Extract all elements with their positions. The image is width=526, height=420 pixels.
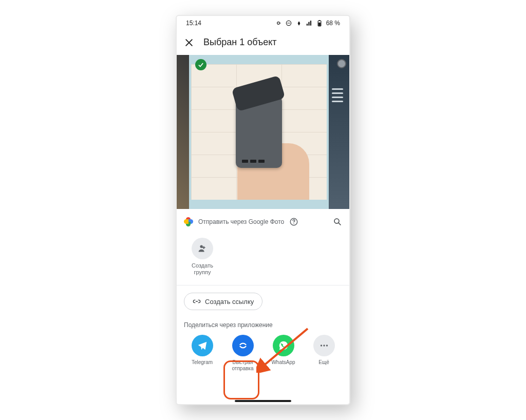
battery-percent: 68 % xyxy=(326,20,340,27)
svg-point-6 xyxy=(294,223,295,224)
nav-bar-pill[interactable] xyxy=(235,400,291,402)
thumbnail-next[interactable] xyxy=(329,55,349,209)
nearby-share-icon xyxy=(232,335,254,356)
vpn-icon xyxy=(275,20,282,27)
more-icon xyxy=(313,335,335,356)
share-app-whatsapp[interactable]: WhatsApp xyxy=(266,335,302,371)
status-time: 15:14 xyxy=(186,20,201,27)
share-app-more[interactable]: Ещё xyxy=(306,335,342,371)
close-icon[interactable] xyxy=(184,37,194,48)
svg-rect-4 xyxy=(318,20,320,21)
thumbnail-selected[interactable] xyxy=(191,64,327,200)
app-label-nearby: Быстрая отправка xyxy=(225,359,261,371)
share-sheet: Отправить через Google Фото Соз xyxy=(177,209,349,378)
status-icons: 68 % xyxy=(275,20,340,27)
app-label-more: Ещё xyxy=(318,359,329,366)
telegram-icon xyxy=(192,335,213,356)
share-via-app-label: Поделиться через приложение xyxy=(177,312,349,332)
battery-icon xyxy=(316,20,323,27)
app-label-telegram: Telegram xyxy=(192,359,213,366)
svg-rect-3 xyxy=(318,23,321,26)
svg-point-9 xyxy=(320,345,322,347)
share-header: Отправить через Google Фото xyxy=(177,212,349,232)
svg-point-10 xyxy=(323,345,325,347)
share-app-nearby[interactable]: Быстрая отправка xyxy=(225,335,261,371)
thumbnail-prev[interactable] xyxy=(177,55,189,209)
dnd-icon xyxy=(285,20,292,27)
search-icon[interactable] xyxy=(333,217,342,226)
share-header-label: Отправить через Google Фото xyxy=(198,218,284,225)
phone-frame: 15:14 68 % Выбран 1 объект xyxy=(176,15,350,405)
page-title: Выбран 1 объект xyxy=(203,37,277,48)
google-photos-icon xyxy=(184,217,193,226)
whatsapp-icon xyxy=(273,335,294,356)
svg-line-8 xyxy=(339,223,341,225)
link-icon xyxy=(193,297,201,306)
wifi-icon xyxy=(295,20,303,27)
contacts-row: Создать группу xyxy=(177,232,349,280)
create-group-label: Создать группу xyxy=(186,262,219,276)
app-row: Telegram Быстрая отправка WhatsApp xyxy=(177,332,349,378)
divider xyxy=(177,285,349,285)
app-label-whatsapp: WhatsApp xyxy=(271,359,295,366)
create-group-button[interactable]: Создать группу xyxy=(186,238,219,276)
svg-point-11 xyxy=(326,345,327,347)
image-strip[interactable] xyxy=(177,55,349,209)
app-header: Выбран 1 объект xyxy=(177,30,349,55)
select-circle-icon[interactable] xyxy=(337,59,346,68)
svg-point-7 xyxy=(334,219,339,223)
create-link-button[interactable]: Создать ссылку xyxy=(184,293,262,310)
signal-icon xyxy=(306,20,313,27)
help-icon[interactable] xyxy=(289,217,298,226)
status-bar: 15:14 68 % xyxy=(177,16,349,30)
group-add-icon xyxy=(192,238,213,259)
create-link-label: Создать ссылку xyxy=(205,298,254,306)
selected-check-icon[interactable] xyxy=(195,59,206,70)
share-app-telegram[interactable]: Telegram xyxy=(184,335,220,371)
